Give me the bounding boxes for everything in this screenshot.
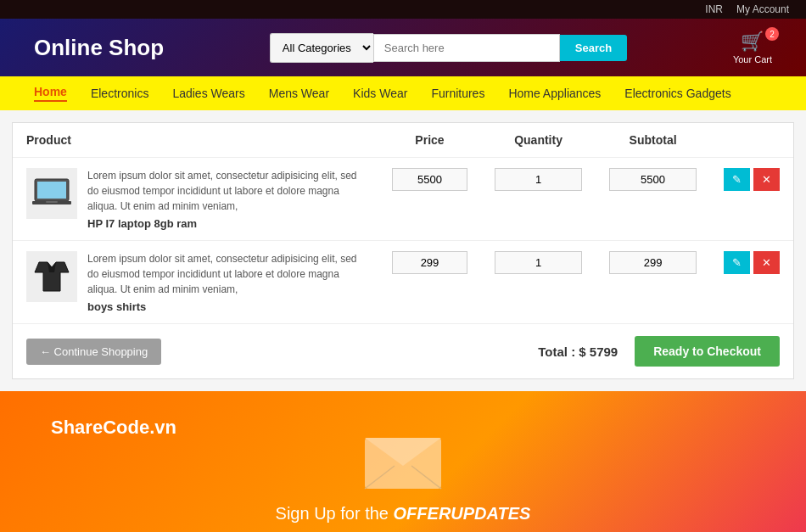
cart-badge: 2	[765, 27, 779, 41]
table-row: Lorem ipsum dolor sit amet, consectetur …	[13, 158, 793, 241]
cart-footer: ← Continue Shopping Total : $ 5799 Ready…	[13, 324, 793, 378]
price-input-1[interactable]	[392, 168, 467, 191]
price-cell-2	[378, 241, 481, 324]
currency-label: INR	[705, 3, 723, 15]
col-actions	[710, 123, 793, 158]
svg-rect-1	[37, 182, 66, 199]
qty-input-2[interactable]	[495, 251, 582, 274]
action-cell-2: ✎ ✕	[710, 241, 793, 324]
continue-shopping-button[interactable]: ← Continue Shopping	[26, 339, 161, 365]
cart-total: Total : $ 5799	[538, 344, 618, 359]
svg-marker-4	[35, 262, 69, 291]
search-input[interactable]	[373, 34, 560, 62]
header: Online Shop All Categories Search 🛒 2 Yo…	[0, 19, 806, 76]
price-input-2[interactable]	[392, 251, 467, 274]
qty-input-1[interactable]	[495, 168, 582, 191]
product-info-1: Lorem ipsum dolor sit amet, consectetur …	[87, 168, 365, 230]
qty-cell-2	[481, 241, 596, 324]
search-bar: All Categories Search	[270, 33, 627, 63]
action-cell-1: ✎ ✕	[710, 158, 793, 241]
product-cell-1: Lorem ipsum dolor sit amet, consectetur …	[13, 158, 378, 241]
newsletter-title: Sign Up for the OFFERUPDATES	[17, 504, 789, 524]
top-bar: INR My Account	[0, 0, 806, 19]
search-button[interactable]: Search	[560, 35, 627, 61]
price-cell-1	[378, 158, 481, 241]
subtotal-input-1[interactable]	[609, 168, 697, 191]
newsletter-section: ShareCode.vn Sign Up for the OFFERUPDATE…	[0, 391, 806, 532]
table-row: Lorem ipsum dolor sit amet, consectetur …	[13, 241, 793, 324]
delete-button-2[interactable]: ✕	[753, 251, 780, 274]
product-desc-2: Lorem ipsum dolor sit amet, consectetur …	[87, 251, 365, 297]
newsletter-highlight: OFFERUPDATES	[394, 504, 531, 523]
edit-button-1[interactable]: ✎	[724, 168, 750, 191]
nav-mens-wear[interactable]: Mens Wear	[269, 87, 329, 100]
subtotal-cell-2	[596, 241, 710, 324]
nav-electronics[interactable]: Electronics	[91, 87, 148, 100]
nav-furnitures[interactable]: Furnitures	[431, 87, 484, 100]
category-select[interactable]: All Categories	[270, 33, 373, 63]
product-name-1: HP I7 laptop 8gb ram	[87, 217, 365, 230]
cart-table: Product Price Quantity Subtotal	[13, 123, 793, 324]
product-image-1	[26, 168, 77, 219]
col-price: Price	[378, 123, 481, 158]
product-name-2: boys shirts	[87, 300, 365, 313]
nav-home-appliances[interactable]: Home Appliances	[508, 87, 601, 100]
nav-bar: Home Electronics Ladies Wears Mens Wear …	[0, 76, 806, 110]
product-info-2: Lorem ipsum dolor sit amet, consectetur …	[87, 251, 365, 313]
svg-rect-3	[46, 201, 58, 203]
col-subtotal: Subtotal	[596, 123, 710, 158]
cart-widget[interactable]: 🛒 2 Your Cart	[733, 31, 772, 64]
product-desc-1: Lorem ipsum dolor sit amet, consectetur …	[87, 168, 365, 214]
nav-electronics-gadgets[interactable]: Electronics Gadgets	[624, 87, 730, 100]
qty-cell-1	[481, 158, 596, 241]
nav-home[interactable]: Home	[34, 85, 67, 102]
cart-section: Product Price Quantity Subtotal	[12, 122, 794, 379]
delete-button-1[interactable]: ✕	[753, 168, 780, 191]
product-image-2	[26, 251, 77, 302]
cart-label: Your Cart	[733, 54, 772, 64]
edit-button-2[interactable]: ✎	[724, 251, 750, 274]
nav-ladies-wears[interactable]: Ladies Wears	[172, 87, 244, 100]
checkout-button[interactable]: Ready to Checkout	[635, 336, 780, 367]
my-account-link[interactable]: My Account	[736, 3, 789, 15]
subtotal-input-2[interactable]	[609, 251, 697, 274]
col-product: Product	[13, 123, 378, 158]
newsletter-watermark: ShareCode.vn	[51, 417, 176, 439]
product-cell-2: Lorem ipsum dolor sit amet, consectetur …	[13, 241, 378, 324]
subtotal-cell-1	[596, 158, 710, 241]
col-quantity: Quantity	[481, 123, 596, 158]
nav-kids-wear[interactable]: Kids Wear	[353, 87, 407, 100]
total-section: Total : $ 5799 Ready to Checkout	[538, 336, 780, 367]
site-logo: Online Shop	[34, 35, 164, 61]
